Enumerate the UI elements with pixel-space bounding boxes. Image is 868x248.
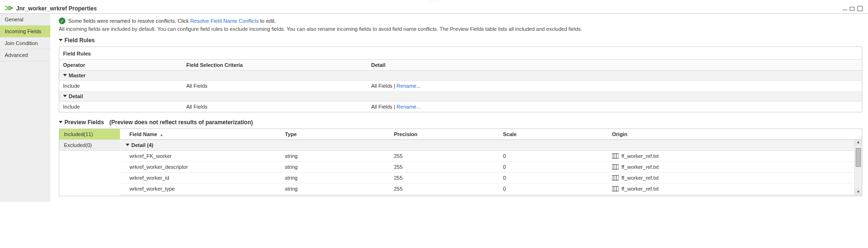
preview-note: (Preview does not reflect results of par… [110, 119, 253, 126]
svg-rect-1 [850, 7, 854, 10]
field-rules-box-title: Field Rules [59, 47, 862, 59]
info-text: Some fields were renamed to resolve conf… [68, 18, 276, 24]
resolve-conflicts-link[interactable]: Resolve Field Name Conflicts [190, 18, 258, 24]
maximize-button[interactable] [857, 6, 863, 11]
col-operator: Operator [59, 60, 183, 70]
preview-row[interactable]: wrkref_worker_descriptorstring2550ff_wor… [120, 162, 862, 173]
cell-criteria: All Fields [183, 81, 367, 91]
cell-scale: 0 [499, 151, 608, 161]
col-origin[interactable]: Origin [608, 129, 862, 139]
cell-field-name: wrkref_worker_descriptor [120, 162, 281, 172]
sort-asc-icon: ▲ [160, 133, 164, 137]
titlebar: Jnr_worker_wrkref Properties [0, 4, 868, 14]
caret-down-icon [63, 74, 67, 76]
preview-group-row[interactable]: Master (7) [120, 194, 862, 196]
field-rules-header: Operator Field Selection Criteria Detail [59, 59, 862, 71]
cell-type: string [281, 151, 390, 161]
col-criteria: Field Selection Criteria [183, 60, 367, 70]
preview-row[interactable]: wrkref_FK_workerstring2550ff_worker_ref.… [120, 151, 862, 162]
rules-row[interactable]: IncludeAll FieldsAll Fields | Rename... [59, 81, 862, 92]
tab-incoming-fields[interactable]: Incoming Fields [0, 26, 50, 37]
preview-row[interactable]: wrkref_worker_typestring2550ff_worker_re… [120, 184, 862, 194]
panel-title: Jnr_worker_wrkref Properties [16, 5, 97, 12]
col-detail: Detail [367, 60, 862, 70]
cell-field-name: wrkref_FK_worker [120, 151, 281, 161]
preview-group-row[interactable]: Detail (4) [120, 140, 862, 151]
preview-tab-included[interactable]: Included(11) [59, 129, 120, 140]
side-tabs: General Incoming Fields Join Condition A… [0, 14, 50, 202]
preview-row[interactable]: wrkref_worker_idstring2550ff_worker_ref.… [120, 173, 862, 184]
scroll-down-button[interactable]: ▼ [855, 188, 862, 196]
col-field-name-label: Field Name [129, 131, 157, 137]
restore-button[interactable] [849, 6, 856, 11]
group-label: Detail [69, 93, 83, 99]
check-icon: ✓ [59, 18, 65, 24]
cell-type: string [281, 173, 390, 183]
info-text-pre: Some fields were renamed to resolve conf… [68, 18, 190, 24]
cell-precision: 255 [390, 184, 499, 194]
cell-field-name: wrkref_worker_type [120, 184, 281, 194]
description-text: All incoming fields are included by defa… [59, 26, 862, 32]
rename-link[interactable]: Rename... [397, 83, 421, 89]
scroll-up-button[interactable]: ▲ [855, 138, 862, 146]
table-icon [612, 186, 619, 192]
cell-detail: All Fields | Rename... [367, 81, 862, 91]
caret-down-icon [126, 144, 129, 146]
field-rules-toggle-label: Field Rules [64, 37, 95, 44]
resize-handle-top[interactable]: :::::: [0, 0, 868, 4]
field-rules-toggle[interactable]: Field Rules [59, 37, 95, 44]
col-scale[interactable]: Scale [499, 129, 608, 139]
tab-advanced[interactable]: Advanced [0, 49, 50, 61]
vertical-scrollbar[interactable]: ▲ ▼ [854, 138, 862, 196]
rename-link[interactable]: Rename... [397, 104, 421, 110]
cell-scale: 0 [499, 173, 608, 183]
preview-box: Included(11)Excluded(0) Field Name ▲ Typ… [59, 129, 862, 196]
cell-operator: Include [59, 101, 183, 112]
col-field-name[interactable]: Field Name ▲ [120, 129, 281, 139]
col-precision[interactable]: Precision [390, 129, 499, 139]
preview-tab-excluded[interactable]: Excluded(0) [59, 140, 120, 151]
cell-origin: ff_worker_ref.txt [608, 184, 862, 194]
cell-origin: ff_worker_ref.txt [608, 173, 862, 183]
rules-group-row[interactable]: Master [59, 71, 862, 81]
cell-precision: 255 [390, 151, 499, 161]
table-icon [612, 153, 619, 159]
scroll-thumb[interactable] [856, 148, 861, 167]
info-text-post: to edit. [259, 18, 276, 24]
caret-down-icon [59, 121, 63, 123]
cell-type: string [281, 184, 390, 194]
minimize-button[interactable] [841, 6, 848, 11]
preview-header-row: Field Name ▲ Type Precision Scale Origin [120, 129, 862, 140]
preview-tabs: Included(11)Excluded(0) [59, 129, 120, 196]
svg-rect-6 [612, 165, 619, 169]
cell-origin: ff_worker_ref.txt [608, 151, 862, 161]
rules-group-row[interactable]: Detail [59, 92, 862, 101]
cell-type: string [281, 162, 390, 172]
cell-operator: Include [59, 81, 183, 91]
group-label: Detail (4) [131, 142, 153, 148]
svg-rect-9 [612, 175, 619, 180]
col-type[interactable]: Type [281, 129, 390, 139]
caret-down-icon [63, 95, 67, 97]
info-bar: ✓ Some fields were renamed to resolve co… [59, 18, 862, 24]
table-icon [612, 175, 619, 181]
rules-row[interactable]: IncludeAll FieldsAll Fields | Rename... [59, 101, 862, 112]
svg-rect-3 [612, 154, 619, 158]
cell-criteria: All Fields [183, 101, 367, 112]
tab-join-condition[interactable]: Join Condition [0, 37, 50, 49]
caret-down-icon [59, 39, 63, 41]
window-controls [841, 6, 863, 11]
cell-field-name: wrkref_worker_id [120, 173, 281, 183]
cell-scale: 0 [499, 162, 608, 172]
table-icon [612, 164, 619, 170]
tab-general[interactable]: General [0, 14, 50, 26]
preview-fields-toggle[interactable]: Preview Fields (Preview does not reflect… [59, 119, 862, 126]
svg-rect-2 [858, 6, 862, 11]
joiner-icon [5, 5, 13, 12]
cell-detail: All Fields | Rename... [367, 101, 862, 112]
cell-scale: 0 [499, 184, 608, 194]
group-label: Master [69, 73, 85, 78]
field-rules-box: Field Rules Operator Field Selection Cri… [59, 46, 862, 112]
svg-rect-12 [612, 186, 619, 191]
content-area: ✓ Some fields were renamed to resolve co… [50, 14, 868, 202]
